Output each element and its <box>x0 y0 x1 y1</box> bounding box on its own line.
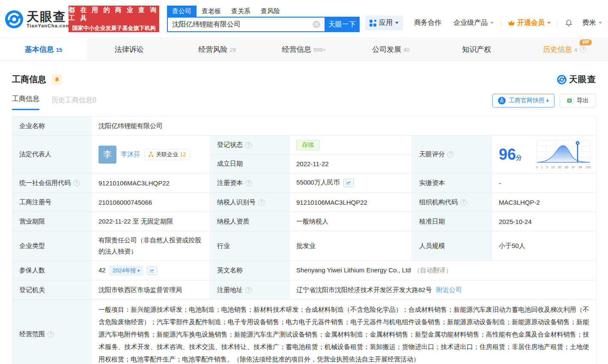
reg-authority-label: 登记机关 <box>12 280 92 300</box>
search-tab-boss[interactable]: 查老板 <box>197 6 226 17</box>
export-button[interactable]: 导出 <box>560 94 596 107</box>
help-icon[interactable] <box>245 180 252 186</box>
nav-enterprise-products[interactable]: 企业级产品 <box>453 18 494 27</box>
company-name-label: 企业名称 <box>12 116 92 136</box>
search-tab-relation[interactable]: 查关系 <box>226 6 256 17</box>
nav-vip-label: 开通会员 <box>517 18 545 27</box>
arrow-right-icon <box>547 99 549 102</box>
status-badge: 存续 <box>296 140 319 150</box>
subtab-history-business-info[interactable]: 历史工商信息0 <box>51 96 96 110</box>
trend-chart-icon[interactable] <box>147 266 157 275</box>
notifications-bell-icon[interactable] <box>565 19 573 27</box>
help-icon[interactable] <box>580 46 586 53</box>
org-code-label: 组织机构代码 <box>412 193 492 212</box>
section-logo-text: 天眼查 <box>569 74 596 85</box>
score-chart-axis: 01 315 5085 9799 100 <box>536 165 591 169</box>
nav-enterprise-label: 企业级产品 <box>453 18 488 27</box>
help-icon[interactable] <box>245 287 252 293</box>
tab-count: 29 <box>229 47 235 53</box>
tab-label: 公司发展 <box>372 45 401 54</box>
reg-number-label: 工商注册号 <box>12 193 92 212</box>
industry-label: 行业 <box>210 231 289 261</box>
legal-rep-cell: 李 李沐芬 关联企业 12 <box>92 136 210 173</box>
score-unit: 分 <box>516 154 522 161</box>
search-input[interactable] <box>167 17 325 32</box>
tab-intellectual-property[interactable]: 知识产权 <box>434 38 521 60</box>
tianyancha-logo-icon <box>4 9 24 29</box>
tab-basic-info[interactable]: 基本信息 15 <box>0 38 87 60</box>
vip-badge: VIP <box>580 39 592 45</box>
subtab-business-info[interactable]: 工商信息 <box>12 95 39 110</box>
help-icon[interactable] <box>245 142 252 148</box>
insured-count-label: 参保人数 <box>12 261 92 280</box>
tab-operation-info[interactable]: 经营信息 999+ <box>261 38 348 60</box>
tab-operation-risk[interactable]: 经营风险 29 <box>174 38 261 60</box>
nav-vip[interactable]: 开通会员 <box>508 18 551 27</box>
nav-apps[interactable]: 应用 <box>365 15 403 30</box>
tab-label: 历史信息 <box>543 45 572 54</box>
english-name-label: 英文名称 <box>210 261 289 280</box>
tab-label: 经营风险 <box>198 45 227 54</box>
related-companies-badge[interactable]: 关联企业 12 <box>144 149 190 160</box>
nav-username: 费米 <box>582 18 596 27</box>
search-tab-company[interactable]: 查公司 <box>167 6 197 17</box>
clear-search-icon[interactable]: ✕ <box>313 21 320 28</box>
taxpayer-id-value: 91210106MAC3LHQP22 <box>289 193 412 212</box>
establish-date-label: 成立日期 <box>210 155 289 173</box>
search-tab-risk[interactable]: 查风险 <box>256 6 285 17</box>
search-button[interactable]: 天眼一下 <box>325 17 360 32</box>
chevron-down-icon <box>395 22 399 24</box>
tianyancha-logo-icon <box>557 75 567 85</box>
biz-term-label: 营业期限 <box>12 212 92 231</box>
business-scope-value: 一般项目：新兴能源技术研发；电池制造；电池销售；新材料技术研发；合成材料制造（不… <box>92 300 596 364</box>
tab-legal-lawsuits[interactable]: 法律诉讼 <box>87 38 174 60</box>
tab-count: 40 <box>403 47 409 53</box>
logo-text-en: TianYanCha.com <box>27 23 70 28</box>
trend-chart-icon[interactable] <box>343 179 354 187</box>
score-distribution-chart: 01 315 5085 9799 100 <box>536 140 592 169</box>
search-tabs: 查公司 查老板 查关系 查风险 <box>167 6 360 17</box>
reg-status-value: 存续 <box>289 136 412 155</box>
staff-size-value: 小于50人 <box>492 231 596 261</box>
score-cell[interactable]: 96分 <box>492 136 596 173</box>
insured-count-value: 422024年报 <box>92 261 210 280</box>
tab-count: 999+ <box>313 47 326 53</box>
taxpayer-id-label: 纳税人识别号 <box>210 193 289 212</box>
legal-rep-avatar[interactable]: 李 <box>98 146 116 164</box>
help-icon[interactable] <box>447 151 454 158</box>
help-icon[interactable] <box>73 180 80 186</box>
top-nav: 应用 商务合作 企业级产品 开通会员 费米 <box>365 15 602 30</box>
company-type-label: 企业类型 <box>12 231 92 261</box>
nav-user[interactable]: 费米 <box>582 18 602 27</box>
nearby-companies-link[interactable]: 附近公司 <box>436 286 462 293</box>
chevron-down-icon <box>599 22 602 24</box>
help-icon[interactable] <box>48 331 54 337</box>
subscribe-bell-icon[interactable] <box>51 74 62 85</box>
business-scope-label: 经营范围 <box>12 300 92 364</box>
tab-count: 15 <box>56 47 62 53</box>
nav-cooperation-label: 商务合作 <box>414 18 441 27</box>
crown-icon <box>508 20 515 26</box>
slogan-line1: 都 在 用 的 商 业 查 询 工 具 <box>69 6 159 22</box>
org-code-value: MAC3LHQP-2 <box>492 193 596 212</box>
logo-text-cn: 天眼查 <box>27 10 70 23</box>
score-label: 天眼评分 <box>412 136 492 173</box>
reg-address-value: 辽宁省沈阳市沈阳经济技术开发区开发大路82号附近公司 <box>289 280 596 300</box>
snapshot-button-label: 工商官网快照 <box>509 97 545 104</box>
tab-history-info[interactable]: VIP 历史信息 4 <box>521 38 608 60</box>
nav-cooperation[interactable]: 商务合作 <box>414 18 441 27</box>
reg-address-label: 注册地址 <box>210 280 289 300</box>
paid-capital-value: - <box>492 173 596 193</box>
help-icon[interactable] <box>460 199 467 206</box>
tianyancha-logo[interactable]: 天眼查 TianYanCha.com <box>4 9 70 29</box>
section-title: 工商信息 <box>12 74 46 85</box>
official-snapshot-button[interactable]: 工商官网快照 <box>492 94 554 107</box>
legal-rep-name-link[interactable]: 李沐芬 <box>121 150 140 158</box>
annual-report-badge[interactable]: 2024年报 <box>109 266 143 276</box>
score-value: 96 <box>499 146 516 163</box>
tab-company-development[interactable]: 公司发展 40 <box>347 38 434 60</box>
nav-divider <box>557 20 558 27</box>
org-chart-icon <box>148 152 154 157</box>
help-icon[interactable] <box>258 199 265 206</box>
approval-date-label: 核准日期 <box>412 212 492 231</box>
